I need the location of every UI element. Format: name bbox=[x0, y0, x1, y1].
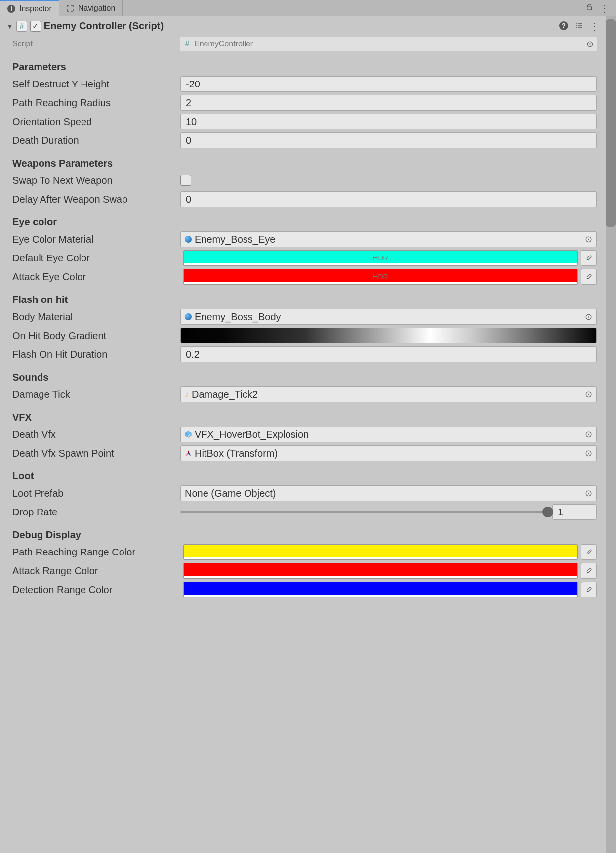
path-reaching-radius-label: Path Reaching Radius bbox=[12, 97, 180, 109]
component-title: Enemy Controller (Script) bbox=[44, 20, 556, 32]
attack-range-color-label: Attack Range Color bbox=[12, 565, 180, 577]
attack-eye-color-field[interactable] bbox=[183, 269, 578, 285]
object-picker-icon[interactable]: ⊙ bbox=[585, 389, 592, 400]
damage-tick-label: Damage Tick bbox=[12, 389, 180, 400]
object-picker-icon[interactable]: ⊙ bbox=[585, 429, 592, 440]
flash-on-hit-duration-label: Flash On Hit Duration bbox=[12, 349, 180, 360]
loot-prefab-label: Loot Prefab bbox=[12, 488, 180, 499]
drop-rate-label: Drop Rate bbox=[12, 507, 180, 518]
on-hit-body-gradient-field[interactable] bbox=[180, 328, 597, 343]
death-duration-label: Death Duration bbox=[12, 135, 180, 146]
section-parameters: Parameters bbox=[12, 61, 597, 73]
script-file-icon: # bbox=[183, 40, 191, 48]
loot-prefab-slot[interactable]: None (Game Object) ⊙ bbox=[180, 485, 597, 501]
death-duration-input[interactable]: 0 bbox=[180, 132, 597, 148]
section-vfx: VFX bbox=[12, 412, 597, 423]
on-hit-body-gradient-label: On Hit Body Gradient bbox=[12, 330, 180, 341]
tab-inspector-label: Inspector bbox=[19, 4, 52, 13]
help-icon[interactable]: ? bbox=[559, 21, 568, 30]
tab-navigation-label: Navigation bbox=[78, 4, 116, 13]
object-picker-icon[interactable]: ⊙ bbox=[585, 488, 592, 499]
section-sounds: Sounds bbox=[12, 372, 597, 383]
flash-on-hit-duration-input[interactable]: 0.2 bbox=[180, 346, 597, 362]
body-material-slot[interactable]: Enemy_Boss_Body ⊙ bbox=[180, 309, 597, 325]
default-eye-color-field[interactable] bbox=[183, 250, 578, 266]
lock-icon[interactable] bbox=[586, 4, 593, 13]
eyedropper-button[interactable] bbox=[581, 563, 597, 579]
object-picker-icon[interactable]: ⊙ bbox=[585, 311, 592, 322]
script-icon: # bbox=[16, 21, 27, 32]
eye-color-material-label: Eye Color Material bbox=[12, 234, 180, 245]
eyedropper-button[interactable] bbox=[581, 544, 597, 560]
default-eye-color-label: Default Eye Color bbox=[12, 253, 180, 264]
orientation-speed-input[interactable]: 10 bbox=[180, 114, 597, 129]
section-weapons: Weapons Parameters bbox=[12, 158, 597, 169]
component-kebab-menu[interactable]: ⋮ bbox=[590, 21, 600, 31]
object-picker-icon[interactable]: ⊙ bbox=[585, 448, 592, 459]
body-material-label: Body Material bbox=[12, 311, 180, 323]
self-destruct-y-height-input[interactable]: -20 bbox=[180, 76, 597, 92]
section-loot: Loot bbox=[12, 470, 597, 482]
material-icon bbox=[185, 313, 192, 320]
eyedropper-button[interactable] bbox=[581, 269, 597, 285]
path-reaching-radius-input[interactable]: 2 bbox=[180, 95, 597, 111]
slider-handle[interactable] bbox=[542, 507, 553, 517]
damage-tick-value: Damage_Tick2 bbox=[192, 389, 258, 400]
death-vfx-slot[interactable]: VFX_HoverBot_Explosion ⊙ bbox=[180, 426, 597, 442]
detection-range-color-label: Detection Range Color bbox=[12, 584, 180, 596]
loot-prefab-value: None (Game Object) bbox=[185, 488, 276, 499]
section-debug: Debug Display bbox=[12, 529, 597, 541]
eye-color-material-slot[interactable]: Enemy_Boss_Eye ⊙ bbox=[180, 231, 597, 247]
body-material-value: Enemy_Boss_Body bbox=[195, 311, 281, 323]
death-vfx-label: Death Vfx bbox=[12, 429, 180, 440]
attack-range-color-field[interactable] bbox=[183, 563, 578, 579]
navigation-icon bbox=[66, 4, 74, 12]
object-picker-icon[interactable]: ⊙ bbox=[585, 234, 592, 245]
death-vfx-spawn-label: Death Vfx Spawn Point bbox=[12, 448, 180, 459]
detection-range-color-field[interactable] bbox=[183, 582, 578, 597]
object-picker-icon[interactable]: ⊙ bbox=[586, 39, 594, 49]
preset-icon[interactable] bbox=[575, 21, 583, 31]
tab-navigation[interactable]: Navigation bbox=[59, 0, 123, 16]
transform-icon bbox=[185, 448, 192, 459]
death-vfx-spawn-value: HitBox (Transform) bbox=[195, 448, 278, 459]
section-eye-color: Eye color bbox=[12, 216, 597, 228]
material-icon bbox=[185, 236, 192, 243]
death-vfx-value: VFX_HoverBot_Explosion bbox=[195, 429, 309, 440]
damage-tick-slot[interactable]: ♪ Damage_Tick2 ⊙ bbox=[180, 386, 597, 402]
info-icon: i bbox=[7, 5, 15, 13]
script-label: Script bbox=[12, 40, 180, 48]
eyedropper-button[interactable] bbox=[581, 250, 597, 266]
tab-kebab-menu[interactable]: ⋮ bbox=[600, 3, 610, 13]
component-header: ▼ # ✓ Enemy Controller (Script) ? ⋮ bbox=[6, 18, 603, 34]
orientation-speed-label: Orientation Speed bbox=[12, 116, 180, 128]
death-vfx-spawn-slot[interactable]: HitBox (Transform) ⊙ bbox=[180, 445, 597, 461]
vertical-scrollbar[interactable] bbox=[606, 16, 616, 853]
self-destruct-y-height-label: Self Destruct Y Height bbox=[12, 79, 180, 90]
prefab-icon bbox=[185, 429, 192, 440]
swap-to-next-weapon-checkbox[interactable] bbox=[180, 175, 191, 186]
tab-bar: i Inspector Navigation ⋮ bbox=[0, 0, 616, 16]
audio-icon: ♪ bbox=[185, 390, 189, 399]
attack-eye-color-label: Attack Eye Color bbox=[12, 271, 180, 283]
eye-color-material-value: Enemy_Boss_Eye bbox=[195, 234, 275, 245]
path-reaching-range-color-label: Path Reaching Range Color bbox=[12, 547, 180, 558]
component-enabled-checkbox[interactable]: ✓ bbox=[30, 21, 41, 32]
script-slot: # EnemyController ⊙ bbox=[180, 37, 597, 51]
script-value: EnemyController bbox=[194, 40, 253, 48]
delay-after-swap-label: Delay After Weapon Swap bbox=[12, 194, 180, 205]
swap-to-next-weapon-label: Swap To Next Weapon bbox=[12, 175, 180, 186]
scroll-thumb[interactable] bbox=[606, 19, 616, 227]
delay-after-swap-input[interactable]: 0 bbox=[180, 191, 597, 207]
script-row: Script # EnemyController ⊙ bbox=[12, 37, 597, 51]
expand-toggle[interactable]: ▼ bbox=[6, 22, 13, 30]
eyedropper-button[interactable] bbox=[581, 582, 597, 597]
path-reaching-range-color-field[interactable] bbox=[183, 544, 578, 560]
drop-rate-slider[interactable] bbox=[180, 504, 547, 520]
drop-rate-input[interactable]: 1 bbox=[552, 504, 597, 520]
section-flash: Flash on hit bbox=[12, 294, 597, 305]
tab-inspector[interactable]: i Inspector bbox=[0, 0, 59, 16]
